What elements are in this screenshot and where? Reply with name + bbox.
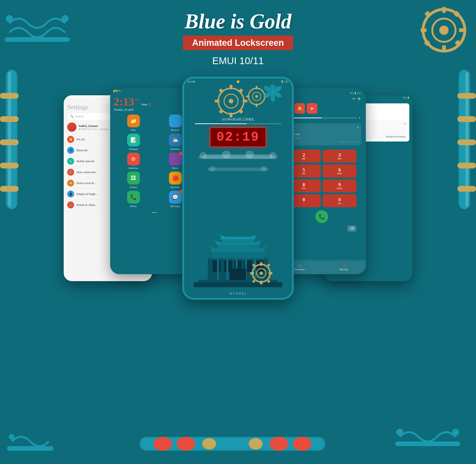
- home-ampm: pm: [135, 98, 139, 102]
- no-sim: No SIM: [188, 80, 195, 83]
- bell-btn[interactable]: 🔔: [294, 103, 305, 114]
- svg-rect-12: [453, 11, 460, 17]
- lock-clouds: [184, 150, 292, 164]
- svg-point-71: [269, 152, 276, 159]
- svg-rect-7: [442, 45, 446, 51]
- app-phone[interactable]: 📞 Phone: [114, 191, 153, 207]
- svg-rect-8: [421, 28, 427, 32]
- svg-rect-46: [230, 85, 233, 89]
- svg-rect-49: [243, 100, 247, 102]
- svg-rect-22: [458, 70, 470, 209]
- svg-point-76: [261, 166, 266, 172]
- svg-rect-100: [254, 259, 256, 280]
- call-button[interactable]: 📞: [315, 210, 328, 223]
- lock-time: 02:19: [216, 130, 259, 145]
- svg-rect-9: [459, 28, 465, 32]
- huawei-label: HUAWEI: [229, 291, 247, 298]
- right-status: 73% 🔋: [403, 97, 409, 99]
- progress-bar: [195, 123, 281, 124]
- svg-rect-41: [7, 446, 53, 451]
- key-3[interactable]: 3DEF: [323, 150, 357, 163]
- emui-label: EMUI 10/11: [183, 55, 293, 67]
- edit-icon[interactable]: ✏: [353, 97, 355, 101]
- svg-rect-21: [0, 186, 19, 192]
- key-6[interactable]: 6MNO: [323, 164, 357, 177]
- gears-area: [184, 85, 292, 117]
- svg-rect-57: [256, 86, 258, 89]
- svg-point-65: [271, 93, 275, 102]
- svg-point-1: [6, 15, 13, 22]
- search-icon: 🔍: [70, 115, 74, 118]
- svg-point-70: [200, 152, 207, 159]
- notif-actions: ENTER SHARE: [284, 137, 359, 139]
- wlan-icon: 📶: [67, 136, 74, 143]
- svg-rect-26: [457, 116, 476, 122]
- svg-marker-86: [255, 239, 263, 242]
- app-optimiser[interactable]: ⚙ Optimiser: [114, 153, 153, 169]
- svg-rect-102: [194, 282, 282, 287]
- svg-marker-89: [218, 234, 225, 237]
- manage-notif[interactable]: Manage notifications: [284, 141, 359, 143]
- svg-point-35: [249, 438, 263, 450]
- nav-favourites: Favourites: [295, 268, 305, 271]
- display-icon: 📱: [67, 191, 74, 197]
- header: Blue is Gold Animated Lockscreen EMUI 10…: [183, 9, 293, 67]
- notif-collapse[interactable]: ∧: [357, 126, 359, 129]
- notification-area: 12m ∧ enabled ssing your files ENTER SHA…: [282, 123, 361, 145]
- svg-rect-19: [0, 139, 19, 145]
- svg-rect-58: [256, 104, 258, 107]
- svg-point-2: [62, 15, 68, 22]
- svg-rect-74: [208, 167, 268, 171]
- svg-point-36: [270, 437, 288, 451]
- backspace-btn[interactable]: ⌫: [347, 225, 357, 232]
- sound-icon: 🔊: [67, 202, 74, 208]
- user-avatar: [67, 122, 77, 132]
- phone-lockscreen: No SIM 📶 🔋 72%: [182, 77, 294, 300]
- svg-rect-10: [424, 11, 431, 17]
- svg-point-37: [293, 437, 311, 451]
- svg-rect-6: [442, 7, 446, 13]
- svg-rect-17: [0, 93, 19, 99]
- app-notepad[interactable]: 📝 Notepad: [114, 134, 153, 150]
- nav-contacts[interactable]: ☆ Favourites: [295, 264, 305, 271]
- dialer-status: 73% 🔋 2:13: [350, 92, 361, 94]
- svg-point-32: [153, 437, 172, 451]
- svg-rect-108: [260, 281, 262, 284]
- svg-point-106: [260, 272, 263, 275]
- svg-rect-29: [457, 186, 476, 192]
- svg-rect-97: [226, 259, 228, 280]
- hs-status-left: 📶🔋 8/s: [113, 90, 121, 92]
- building-section: [184, 175, 292, 291]
- app-gallery[interactable]: 🖼 Gallery: [114, 172, 153, 188]
- nav-meettime-label: MeeTime: [340, 268, 349, 271]
- svg-rect-48: [215, 100, 219, 102]
- lock-clock-box: 02:19: [210, 127, 266, 147]
- app-files[interactable]: 📁 Files: [114, 115, 153, 131]
- mobile-icon: 1|: [67, 158, 74, 165]
- notif-close[interactable]: ∧: [404, 122, 406, 125]
- svg-rect-47: [230, 113, 233, 117]
- svg-rect-31: [141, 438, 324, 450]
- svg-point-42: [9, 434, 14, 440]
- svg-rect-110: [269, 272, 272, 274]
- svg-marker-81: [208, 245, 216, 249]
- svg-point-34: [202, 438, 216, 450]
- svg-point-33: [177, 437, 195, 451]
- settings-icon-dialer[interactable]: ⚙: [358, 97, 361, 101]
- svg-rect-23: [460, 70, 469, 209]
- svg-point-40: [452, 429, 459, 436]
- svg-point-3: [423, 9, 465, 51]
- svg-rect-15: [7, 70, 16, 209]
- nav-meettime[interactable]: 📹 MeeTime: [340, 264, 349, 271]
- svg-rect-103: [230, 269, 246, 280]
- send-btn[interactable]: ➤: [307, 103, 317, 114]
- main-title: Blue is Gold: [183, 9, 293, 33]
- lock-clouds-2: [184, 164, 292, 175]
- svg-rect-38: [395, 442, 460, 446]
- svg-rect-16: [8, 72, 11, 207]
- lockscreen-status: No SIM 📶 🔋 72%: [184, 78, 292, 85]
- notif-text1: enabled: [284, 130, 359, 133]
- key-hash[interactable]: #(W): [323, 194, 357, 207]
- key-9[interactable]: 9WXYZ: [323, 179, 357, 192]
- svg-rect-13: [424, 40, 430, 46]
